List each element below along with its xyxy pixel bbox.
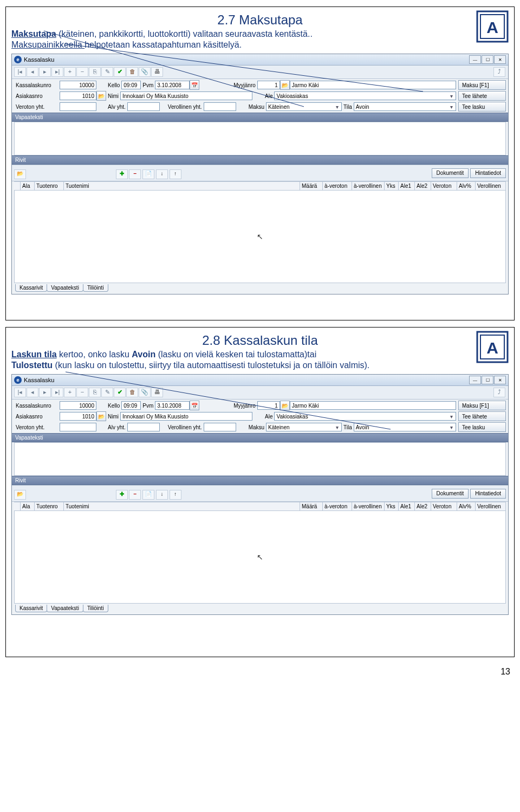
tab-kassarivit[interactable]: Kassarivit xyxy=(15,605,47,612)
tool-ok-icon[interactable]: ✔ xyxy=(114,388,126,397)
dokumentit-button[interactable]: Dokumentit xyxy=(432,168,469,178)
tool-minus-icon[interactable]: − xyxy=(76,388,88,397)
tool-attach-icon[interactable]: 📎 xyxy=(139,67,151,77)
col-ala[interactable]: Ala xyxy=(21,182,35,190)
col-veroton[interactable]: Veroton xyxy=(431,182,457,190)
col-ala[interactable]: Ala xyxy=(21,502,35,510)
maximize-button[interactable]: ☐ xyxy=(482,55,493,64)
col-averollinen[interactable]: à-verollinen xyxy=(352,502,385,510)
calendar-icon[interactable]: 📅 xyxy=(190,80,199,90)
tool-last-icon[interactable]: ▸| xyxy=(51,67,63,77)
folder-icon[interactable]: 📂 xyxy=(280,80,290,90)
tool-first-icon[interactable]: |◂ xyxy=(14,67,26,77)
row-edit-icon[interactable]: 📄 xyxy=(142,490,154,500)
row-open-icon[interactable]: 📂 xyxy=(14,169,26,179)
verollinen-field[interactable] xyxy=(204,102,236,111)
tool-delete-icon[interactable]: 🗑 xyxy=(126,67,138,77)
folder-icon[interactable]: 📂 xyxy=(96,91,106,101)
minimize-button[interactable]: — xyxy=(469,55,481,64)
nimi-field[interactable]: Innokaari Oy Mika Kuusisto xyxy=(120,91,252,100)
col-tuotenimi[interactable]: Tuotenimi xyxy=(64,502,300,510)
tila-select[interactable]: Avoin▾ xyxy=(354,102,456,111)
alv-field[interactable] xyxy=(127,423,160,431)
tab-tilionti[interactable]: Tiliöinti xyxy=(83,605,108,612)
hintatiedot-button[interactable]: Hintatiedot xyxy=(470,489,506,499)
asiakasnro-field[interactable]: 1010 xyxy=(60,91,96,100)
tool-dup-icon[interactable]: ⎘ xyxy=(89,67,101,77)
col-ale1[interactable]: Ale1 xyxy=(399,502,415,510)
myyjanro-field[interactable]: 1 xyxy=(257,81,280,89)
grid-body[interactable]: ↖ xyxy=(14,511,506,604)
row-add-icon[interactable]: ✚ xyxy=(116,490,128,500)
minimize-button[interactable]: — xyxy=(469,376,481,384)
tool-export-icon[interactable]: ⤴ xyxy=(493,67,505,77)
tool-last-icon[interactable]: ▸| xyxy=(51,388,63,397)
verollinen-field[interactable] xyxy=(204,423,236,431)
tool-print-icon[interactable]: 🖶 xyxy=(151,67,163,77)
tool-edit-icon[interactable]: ✎ xyxy=(101,67,113,77)
tool-next-icon[interactable]: ▸ xyxy=(39,67,51,77)
veroton-field[interactable] xyxy=(60,102,96,111)
row-up-icon[interactable]: ↑ xyxy=(170,490,181,500)
ale-select[interactable]: Vakioasiakas▾ xyxy=(274,412,456,421)
kello-field[interactable]: 09:09 xyxy=(121,401,141,410)
col-averoton[interactable]: à-veroton xyxy=(323,502,352,510)
tool-ok-icon[interactable]: ✔ xyxy=(114,67,126,77)
close-button[interactable]: ✕ xyxy=(494,55,506,64)
tee-lahete-button[interactable]: Tee lähete xyxy=(458,91,506,101)
calendar-icon[interactable]: 📅 xyxy=(190,401,199,410)
tool-plus-icon[interactable]: + xyxy=(64,67,76,77)
nimi-field[interactable]: Innokaari Oy Mika Kuusisto xyxy=(120,412,252,421)
tool-prev-icon[interactable]: ◂ xyxy=(27,388,38,397)
ale-select[interactable]: Vakioasiakas▾ xyxy=(274,91,456,100)
tab-kassarivit[interactable]: Kassarivit xyxy=(15,284,47,292)
row-up-icon[interactable]: ↑ xyxy=(170,169,181,179)
pvm-field[interactable]: 3.10.2008 xyxy=(155,401,190,410)
asiakasnro-field[interactable]: 1010 xyxy=(60,412,96,421)
folder-icon[interactable]: 📂 xyxy=(280,401,290,410)
col-alvp[interactable]: Alv% xyxy=(457,502,476,510)
row-open-icon[interactable]: 📂 xyxy=(14,490,26,500)
col-tuotenro[interactable]: Tuotenro xyxy=(35,182,64,190)
tool-delete-icon[interactable]: 🗑 xyxy=(126,388,138,397)
col-averoton[interactable]: à-veroton xyxy=(323,182,352,190)
kello-field[interactable]: 09:09 xyxy=(121,81,141,89)
alv-field[interactable] xyxy=(127,102,160,111)
myyja-name-field[interactable]: Jarmo Käki xyxy=(290,81,456,89)
tila-select[interactable]: Avoin▾ xyxy=(354,423,456,431)
myyjanro-field[interactable]: 1 xyxy=(257,401,280,410)
folder-icon[interactable]: 📂 xyxy=(96,411,106,421)
col-tuotenimi[interactable]: Tuotenimi xyxy=(64,182,300,190)
row-edit-icon[interactable]: 📄 xyxy=(142,169,154,179)
row-add-icon[interactable]: ✚ xyxy=(116,169,128,179)
tab-vapaateksti[interactable]: Vapaateksti xyxy=(47,284,83,292)
veroton-field[interactable] xyxy=(60,423,96,431)
col-maara[interactable]: Määrä xyxy=(300,502,323,510)
tool-attach-icon[interactable]: 📎 xyxy=(139,388,151,397)
tab-vapaateksti[interactable]: Vapaateksti xyxy=(47,605,83,612)
grid-body[interactable]: ↖ xyxy=(14,191,506,283)
tee-lasku-button[interactable]: Tee lasku xyxy=(458,102,506,112)
row-remove-icon[interactable]: − xyxy=(129,169,141,179)
col-ale2[interactable]: Ale2 xyxy=(415,502,431,510)
col-yks[interactable]: Yks xyxy=(385,502,399,510)
maximize-button[interactable]: ☐ xyxy=(482,376,493,384)
row-down-icon[interactable]: ↓ xyxy=(156,490,168,500)
tool-dup-icon[interactable]: ⎘ xyxy=(89,388,101,397)
col-ale2[interactable]: Ale2 xyxy=(415,182,431,190)
col-verollinen[interactable]: Verollinen xyxy=(476,502,506,510)
col-averollinen[interactable]: à-verollinen xyxy=(352,182,385,190)
tool-print-icon[interactable]: 🖶 xyxy=(151,388,163,397)
maksu-select[interactable]: Käteinen▾ xyxy=(266,102,342,111)
col-verollinen[interactable]: Verollinen xyxy=(476,182,506,190)
tool-next-icon[interactable]: ▸ xyxy=(39,388,51,397)
maksu-button[interactable]: Maksu [F1] xyxy=(458,401,506,410)
kassalaskunro-field[interactable]: 10000 xyxy=(60,401,96,410)
tool-prev-icon[interactable]: ◂ xyxy=(27,67,38,77)
tool-export-icon[interactable]: ⤴ xyxy=(493,388,505,397)
col-alvp[interactable]: Alv% xyxy=(457,182,476,190)
tool-minus-icon[interactable]: − xyxy=(76,67,88,77)
vapaateksti-area[interactable] xyxy=(14,122,506,155)
myyja-name-field[interactable]: Jarmo Käki xyxy=(290,401,456,410)
dokumentit-button[interactable]: Dokumentit xyxy=(432,489,469,499)
